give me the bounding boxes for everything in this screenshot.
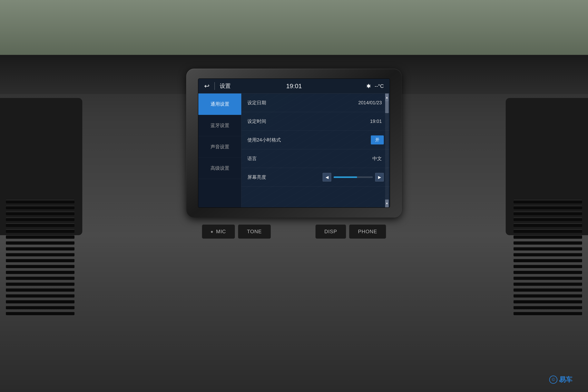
mic-button[interactable]: MIC (202, 224, 235, 239)
mic-label: MIC (216, 228, 226, 234)
vent-slat (6, 200, 74, 204)
status-right-area: ✱ --°C (366, 83, 384, 90)
vent-slat (514, 247, 582, 250)
temperature-display: --°C (375, 83, 384, 89)
vent-slat (514, 306, 582, 309)
phone-button[interactable]: PHONE (349, 224, 386, 239)
back-button-area[interactable]: ↩ 设置 (204, 82, 231, 90)
status-bar: ↩ 设置 19:01 ✱ --°C (198, 79, 390, 94)
24h-format-row[interactable]: 使用24小时格式 开 (242, 131, 390, 149)
tone-button[interactable]: TONE (238, 224, 271, 239)
mic-indicator (211, 231, 213, 233)
screen-bezel-inner: ↩ 设置 19:01 ✱ --°C 通用设置 蓝牙设 (186, 68, 402, 218)
vent-slat (6, 253, 74, 256)
vent-slat (514, 270, 582, 274)
left-vent-area (0, 98, 82, 235)
vent-slat (6, 247, 74, 250)
main-content: 通用设置 蓝牙设置 声音设置 高级设置 (198, 94, 390, 207)
brightness-control: ◀ ▶ (322, 173, 384, 182)
vent-slat (514, 218, 582, 221)
brand-logo-text: 易车 (559, 375, 572, 384)
brand-logo-icon: © (549, 376, 558, 384)
windshield-area (0, 0, 588, 63)
vent-slat (514, 300, 582, 304)
scroll-down-button[interactable]: ▼ (385, 200, 389, 207)
brightness-label: 屏幕亮度 (247, 174, 322, 180)
vent-slat (514, 235, 582, 239)
vent-slat (6, 300, 74, 304)
right-vent-slats (514, 200, 582, 318)
phone-label: PHONE (358, 228, 377, 234)
vent-slat (6, 235, 74, 239)
vent-slat (6, 229, 74, 233)
brightness-row[interactable]: 屏幕亮度 ◀ ▶ (242, 168, 390, 186)
vent-slat (6, 212, 74, 215)
vent-slat (6, 282, 74, 286)
set-time-value: 19:01 (370, 118, 382, 124)
brightness-decrease-button[interactable]: ◀ (322, 173, 331, 182)
vent-slat (6, 294, 74, 298)
right-control-buttons: DISP PHONE (315, 224, 386, 239)
vent-slat (514, 259, 582, 262)
screen-bezel: ↩ 设置 19:01 ✱ --°C 通用设置 蓝牙设 (186, 68, 402, 218)
vent-slat (514, 224, 582, 227)
vent-slat (6, 312, 74, 315)
bluetooth-icon: ✱ (366, 83, 371, 90)
sidebar-item-general[interactable]: 通用设置 (198, 94, 241, 115)
set-time-label: 设定时间 (247, 118, 370, 124)
vent-slat (514, 241, 582, 244)
vent-slat (6, 218, 74, 221)
disp-button[interactable]: DISP (315, 224, 346, 239)
settings-panel: 设定日期 2014/01/23 设定时间 19:01 使用24小时格式 开 (242, 94, 390, 207)
settings-sidebar: 通用设置 蓝牙设置 声音设置 高级设置 (198, 94, 242, 207)
vent-slat (514, 288, 582, 292)
vent-slat (6, 288, 74, 292)
vent-slat (514, 312, 582, 315)
vent-slat (514, 294, 582, 298)
right-vent-area (506, 98, 588, 235)
vent-slat (6, 264, 74, 268)
sidebar-item-advanced[interactable]: 高级设置 (198, 158, 241, 179)
vent-slat (514, 276, 582, 280)
set-date-row[interactable]: 设定日期 2014/01/23 (242, 94, 390, 112)
tone-label: TONE (247, 228, 262, 234)
vent-slat (514, 253, 582, 256)
language-value: 中文 (372, 156, 382, 162)
24h-format-toggle[interactable]: 开 (371, 136, 384, 144)
vent-slat (514, 229, 582, 233)
left-control-buttons: MIC TONE (202, 224, 271, 239)
vent-slat (6, 241, 74, 244)
vent-slat (514, 212, 582, 215)
back-arrow-icon[interactable]: ↩ (204, 82, 210, 90)
screen-title: 设置 (220, 82, 231, 90)
vent-slat (6, 259, 74, 262)
vent-slat (514, 206, 582, 209)
set-date-label: 设定日期 (247, 100, 358, 106)
brand-logo: © 易车 (549, 375, 572, 384)
vent-slat (6, 224, 74, 227)
set-time-row[interactable]: 设定时间 19:01 (242, 112, 390, 131)
set-date-value: 2014/01/23 (358, 100, 382, 106)
control-panel: MIC TONE DISP PHONE (186, 224, 402, 239)
vent-slat (6, 206, 74, 209)
vent-slat (514, 282, 582, 286)
disp-label: DISP (324, 228, 337, 234)
left-vent-slats (6, 200, 74, 318)
vent-slat (6, 306, 74, 309)
settings-list: 设定日期 2014/01/23 设定时间 19:01 使用24小时格式 开 (242, 94, 390, 186)
vent-slat (6, 270, 74, 274)
brightness-fill (334, 176, 357, 178)
language-row[interactable]: 语言 中文 (242, 149, 390, 168)
brightness-increase-button[interactable]: ▶ (375, 173, 384, 182)
status-time: 19:01 (286, 82, 302, 90)
vent-slat (514, 200, 582, 204)
brightness-bar (334, 176, 373, 178)
vent-slat (6, 276, 74, 280)
sidebar-item-sound[interactable]: 声音设置 (198, 136, 241, 158)
status-divider (214, 82, 215, 90)
language-label: 语言 (247, 156, 372, 162)
24h-format-label: 使用24小时格式 (247, 137, 371, 143)
vent-slat (514, 264, 582, 268)
sidebar-item-bluetooth[interactable]: 蓝牙设置 (198, 115, 241, 136)
infotainment-screen[interactable]: ↩ 设置 19:01 ✱ --°C 通用设置 蓝牙设 (198, 78, 390, 208)
